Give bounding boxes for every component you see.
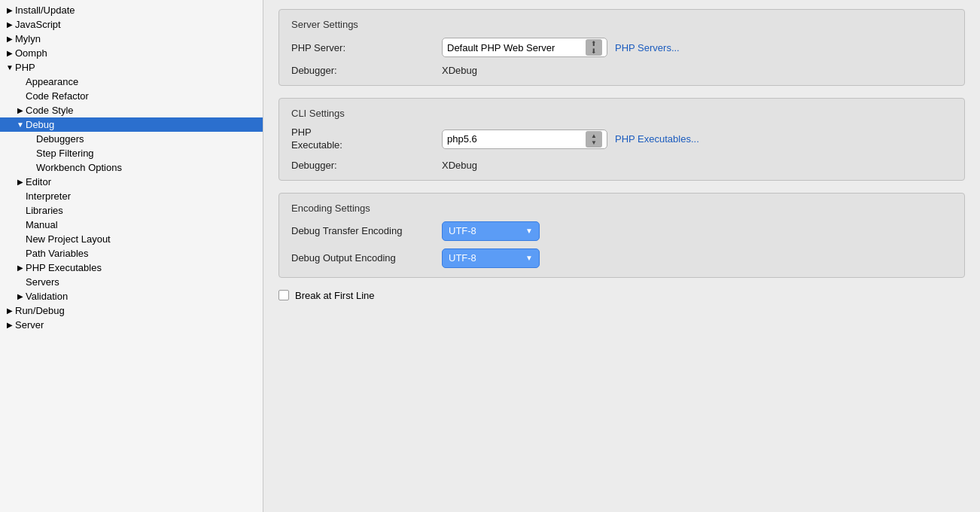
sidebar-item-code-style[interactable]: ▶Code Style [0,103,263,117]
server-debugger-value: XDebug [442,65,477,76]
sidebar: ▶Install/Update▶JavaScript▶Mylyn▶Oomph▼P… [0,0,263,512]
tree-arrow-run-debug: ▶ [5,306,15,315]
sidebar-item-workbench-options[interactable]: Workbench Options [0,160,263,175]
php-exec-dropdown[interactable]: php5.6 ▲▼ [442,130,607,149]
server-debugger-control: XDebug [442,65,477,76]
server-settings-title: Server Settings [291,19,952,30]
sidebar-item-label-run-debug: Run/Debug [15,305,263,316]
sidebar-item-label-appearance: Appearance [26,76,263,87]
main-content: Server Settings PHP Server: Default PHP … [263,0,980,512]
sidebar-item-label-code-refactor: Code Refactor [26,90,263,102]
sidebar-item-label-servers: Servers [26,276,263,288]
sidebar-item-appearance[interactable]: Appearance [0,75,263,89]
php-servers-link[interactable]: PHP Servers... [615,42,680,53]
sidebar-item-label-interpreter: Interpreter [26,190,263,202]
sidebar-item-step-filtering[interactable]: Step Filtering [0,146,263,160]
php-server-dropdown[interactable]: Default PHP Web Server ⬆⬇ [442,38,607,57]
output-encoding-arrow-icon: ▼ [525,254,533,262]
php-server-label: PHP Server: [291,42,442,53]
tree-arrow-php-executables: ▶ [15,264,26,272]
php-exec-control: php5.6 ▲▼ PHP Executables... [442,130,699,149]
sidebar-item-label-debug: Debug [26,119,263,130]
php-exec-row: PHPExecutable: php5.6 ▲▼ PHP Executables… [291,126,952,152]
php-executables-link[interactable]: PHP Executables... [615,133,699,145]
sidebar-item-manual[interactable]: Manual [0,218,263,232]
output-encoding-control: UTF-8 ▼ [442,248,540,268]
sidebar-item-label-libraries: Libraries [26,205,263,216]
tree-arrow-javascript: ▶ [5,20,15,29]
php-exec-label: PHPExecutable: [291,126,442,152]
sidebar-item-servers[interactable]: Servers [0,275,263,289]
sidebar-item-label-javascript: JavaScript [15,19,263,30]
sidebar-item-install-update[interactable]: ▶Install/Update [0,3,263,17]
sidebar-item-label-validation: Validation [26,291,263,302]
sidebar-item-label-install-update: Install/Update [15,5,263,16]
sidebar-item-code-refactor[interactable]: Code Refactor [0,89,263,103]
sidebar-item-mylyn[interactable]: ▶Mylyn [0,32,263,46]
transfer-encoding-dropdown[interactable]: UTF-8 ▼ [442,221,540,241]
cli-settings-section: CLI Settings PHPExecutable: php5.6 ▲▼ PH… [278,98,965,181]
sidebar-item-php-executables[interactable]: ▶PHP Executables [0,261,263,275]
sidebar-item-javascript[interactable]: ▶JavaScript [0,17,263,32]
sidebar-item-php[interactable]: ▼PHP [0,60,263,75]
transfer-encoding-value: UTF-8 [449,225,476,236]
sidebar-item-label-debuggers: Debuggers [36,133,263,145]
php-exec-arrow-icon: ▲▼ [586,131,602,148]
tree-arrow-install-update: ▶ [5,6,15,14]
sidebar-item-path-variables[interactable]: Path Variables [0,246,263,261]
output-encoding-row: Debug Output Encoding UTF-8 ▼ [291,248,952,268]
php-exec-value: php5.6 [447,133,477,145]
sidebar-item-debug[interactable]: ▼Debug [0,117,263,132]
output-encoding-label: Debug Output Encoding [291,252,442,264]
sidebar-item-label-oomph: Oomph [15,47,263,59]
sidebar-item-label-mylyn: Mylyn [15,33,263,44]
cli-debugger-row: Debugger: XDebug [291,160,952,171]
sidebar-item-editor[interactable]: ▶Editor [0,175,263,189]
break-first-line-row: Break at First Line [278,290,965,301]
sidebar-item-new-project-layout[interactable]: New Project Layout [0,232,263,246]
output-encoding-value: UTF-8 [449,252,476,264]
cli-debugger-label: Debugger: [291,160,442,171]
sidebar-item-label-new-project-layout: New Project Layout [26,233,263,245]
server-debugger-row: Debugger: XDebug [291,65,952,76]
sidebar-item-label-manual: Manual [26,219,263,230]
encoding-settings-title: Encoding Settings [291,203,952,214]
sidebar-item-libraries[interactable]: Libraries [0,203,263,218]
tree-arrow-editor: ▶ [15,178,26,186]
sidebar-item-label-workbench-options: Workbench Options [36,162,263,173]
break-first-line-label: Break at First Line [295,290,375,301]
cli-debugger-control: XDebug [442,160,477,171]
server-settings-section: Server Settings PHP Server: Default PHP … [278,9,965,86]
transfer-encoding-row: Debug Transfer Encoding UTF-8 ▼ [291,221,952,241]
cli-settings-title: CLI Settings [291,108,952,119]
sidebar-item-run-debug[interactable]: ▶Run/Debug [0,303,263,318]
sidebar-item-label-php-executables: PHP Executables [26,262,263,273]
tree-arrow-mylyn: ▶ [5,35,15,43]
tree-arrow-debug: ▼ [15,120,26,129]
sidebar-item-validation[interactable]: ▶Validation [0,289,263,303]
sidebar-item-label-step-filtering: Step Filtering [36,148,263,159]
transfer-encoding-control: UTF-8 ▼ [442,221,540,241]
sidebar-item-label-path-variables: Path Variables [26,248,263,259]
php-server-control: Default PHP Web Server ⬆⬇ PHP Servers... [442,38,680,57]
sidebar-item-interpreter[interactable]: Interpreter [0,189,263,203]
php-server-value: Default PHP Web Server [447,42,555,53]
sidebar-item-server[interactable]: ▶Server [0,318,263,332]
sidebar-item-oomph[interactable]: ▶Oomph [0,46,263,60]
transfer-encoding-label: Debug Transfer Encoding [291,225,442,236]
sidebar-item-label-code-style: Code Style [26,105,263,116]
php-server-arrow-icon: ⬆⬇ [586,39,602,56]
tree-arrow-validation: ▶ [15,292,26,300]
tree-arrow-code-style: ▶ [15,106,26,114]
cli-debugger-value: XDebug [442,160,477,171]
transfer-encoding-arrow-icon: ▼ [525,227,533,235]
tree-arrow-php: ▼ [5,63,15,72]
tree-arrow-oomph: ▶ [5,49,15,57]
sidebar-item-label-php: PHP [15,62,263,73]
server-debugger-label: Debugger: [291,65,442,76]
sidebar-item-debuggers[interactable]: Debuggers [0,132,263,146]
output-encoding-dropdown[interactable]: UTF-8 ▼ [442,248,540,268]
sidebar-item-label-editor: Editor [26,176,263,187]
break-first-line-checkbox[interactable] [278,290,289,300]
sidebar-item-label-server: Server [15,319,263,331]
